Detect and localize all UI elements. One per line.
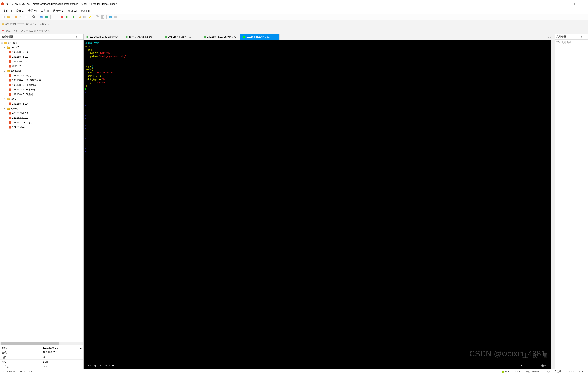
status-sessions: 5 会话 (552, 370, 564, 373)
new-session-icon[interactable]: + (1, 15, 5, 19)
tab[interactable]: 192.168.45.135Kibana (123, 34, 162, 40)
open-icon[interactable] (6, 15, 10, 19)
status-cursor: ↕15,1 (541, 370, 552, 373)
svg-rect-1 (573, 3, 575, 5)
copy-icon[interactable] (39, 15, 44, 19)
tree-host[interactable]: 192.168.45.137 (0, 59, 84, 64)
help-icon[interactable]: ? (108, 15, 113, 19)
tree-host[interactable]: 192.168.45.138后端1 (0, 92, 84, 97)
svg-point-9 (32, 16, 34, 18)
svg-text:A: A (53, 16, 54, 19)
maximize-button[interactable] (569, 1, 578, 7)
menu-help[interactable]: 帮助(H) (79, 8, 92, 13)
file-manager-hint[interactable]: 双击此处列出... (555, 40, 588, 369)
svg-text:?: ? (110, 16, 111, 18)
session-manager-header: 会话管理器 (0, 34, 84, 40)
highlight-icon[interactable] (88, 15, 92, 19)
hint-text: 要添加当前会话，点击左侧的箭头按钮。 (5, 29, 51, 33)
tab[interactable]: 192.168.45.136客户端 (162, 34, 201, 40)
link-icon[interactable] (14, 15, 18, 19)
svg-rect-20 (101, 16, 103, 17)
tree-host[interactable]: 47.109.151.250 (0, 111, 84, 116)
tab-active[interactable]: 192.168.45.136客户端 (241, 34, 280, 40)
tree-hscroll[interactable] (0, 342, 84, 345)
svg-rect-17 (84, 16, 86, 18)
tab-prev-icon[interactable]: ◂ (548, 36, 549, 38)
tab-next-icon[interactable]: ▸ (550, 36, 551, 38)
minimize-button[interactable] (560, 1, 569, 7)
tree-group[interactable]: ⊟openeular (0, 69, 84, 73)
tab-close-icon[interactable] (271, 36, 273, 38)
chat-icon[interactable] (113, 15, 118, 19)
tab[interactable]: 192.168.45.133ES存储搜索 (201, 34, 241, 40)
tree-host[interactable]: 124.70.75.4 (0, 125, 84, 130)
refresh-icon[interactable] (19, 15, 23, 19)
tree-host[interactable]: 192.168.45.135Kibana (0, 83, 84, 87)
session-properties: 名称192.168.45.1...▲ 主机192.168.45.1... 端口2… (0, 345, 84, 369)
tree-host[interactable]: 192.168.45.133ES存储搜索 (0, 78, 84, 83)
play-icon[interactable] (65, 15, 69, 19)
fullscreen-icon[interactable] (73, 15, 77, 19)
toolbar: + A ? (0, 14, 588, 20)
tree-root[interactable]: ⊟所有会话 (0, 40, 84, 45)
address-bar (0, 20, 588, 28)
tree-host[interactable]: 122.152.208.92 (2) (0, 120, 84, 125)
file-manager-title: 文件管理... (556, 35, 568, 38)
matching-brace: } (85, 88, 86, 91)
window-title: 192.168.45.136客户端 - root@localhost:/usr/… (5, 2, 117, 6)
terminal[interactable]: #nginx->redis input { file { type => "ng… (84, 40, 551, 369)
status-dot-icon (243, 36, 245, 38)
tree-host[interactable]: 测试.131 (0, 64, 84, 69)
menu-edit[interactable]: 编辑(E) (14, 8, 26, 13)
titlebar: 192.168.45.136客户端 - root@localhost:/usr/… (0, 0, 588, 8)
font-icon[interactable]: A (52, 15, 56, 19)
lock-icon[interactable] (78, 15, 82, 19)
svg-point-6 (15, 16, 16, 18)
record-icon[interactable] (60, 15, 64, 19)
panel-close-icon[interactable] (584, 35, 587, 38)
file-manager-header: 文件管理... (555, 34, 588, 40)
menu-tools[interactable]: 工具(T) (39, 8, 51, 13)
svg-rect-26 (2, 24, 4, 25)
tree-host[interactable]: 192.168.45.134 (0, 101, 84, 106)
pin-icon[interactable] (580, 35, 583, 38)
tree-group[interactable]: ⊟centos7 (0, 45, 84, 50)
pin-icon[interactable] (75, 35, 78, 38)
status-dot-icon (204, 36, 206, 38)
globe-icon[interactable] (44, 15, 49, 19)
menu-view[interactable]: 查看(V) (26, 8, 39, 13)
cascade-icon[interactable] (95, 15, 100, 19)
tree-host[interactable]: 122.152.208.92 (0, 116, 84, 120)
menu-file[interactable]: 文件(F) (1, 8, 14, 13)
ssh-address-input[interactable] (5, 22, 123, 25)
panel-close-icon[interactable] (79, 35, 82, 38)
watermark-cn: 开 发 者 (522, 352, 549, 359)
menu-window[interactable]: 窗口(W) (66, 8, 79, 13)
tree-host[interactable]: 192.168.45.130 (0, 50, 84, 54)
close-button[interactable] (578, 1, 587, 7)
tile-icon[interactable] (101, 15, 105, 19)
session-manager-panel: 会话管理器 ⊟所有会话 ⊟centos7 192.168.45.130 192.… (0, 34, 84, 369)
keyboard-icon[interactable] (83, 15, 87, 19)
flag-icon (1, 30, 4, 32)
tree-group[interactable]: ⊟云主机 (0, 106, 84, 111)
tree-host[interactable]: 192.168.45.132 (0, 54, 84, 59)
tab-list-icon[interactable]: ▾ (552, 36, 554, 38)
tree-group[interactable]: ⊟rocky (0, 97, 84, 101)
scroll-up-icon[interactable]: ▲ (80, 346, 82, 349)
tree-host[interactable]: 192.168.45.128从 (0, 73, 84, 78)
search-icon[interactable] (32, 15, 36, 19)
session-tree[interactable]: ⊟所有会话 ⊟centos7 192.168.45.130 192.168.45… (0, 40, 84, 342)
tab[interactable]: 192.168.45.133ES存储搜索 (84, 34, 123, 40)
status-term: xterm (513, 370, 524, 373)
paste-icon[interactable] (24, 15, 28, 19)
terminal-vscroll[interactable] (551, 40, 555, 369)
status-dot-icon (86, 36, 88, 38)
svg-rect-12 (41, 17, 43, 18)
tree-host[interactable]: 192.168.45.136客户端 (0, 87, 84, 92)
menu-tabs[interactable]: 选项卡(B) (51, 8, 66, 13)
session-manager-title: 会话管理器 (1, 35, 13, 38)
svg-rect-16 (79, 17, 81, 18)
app-icon (1, 2, 4, 5)
svg-rect-8 (25, 16, 27, 18)
